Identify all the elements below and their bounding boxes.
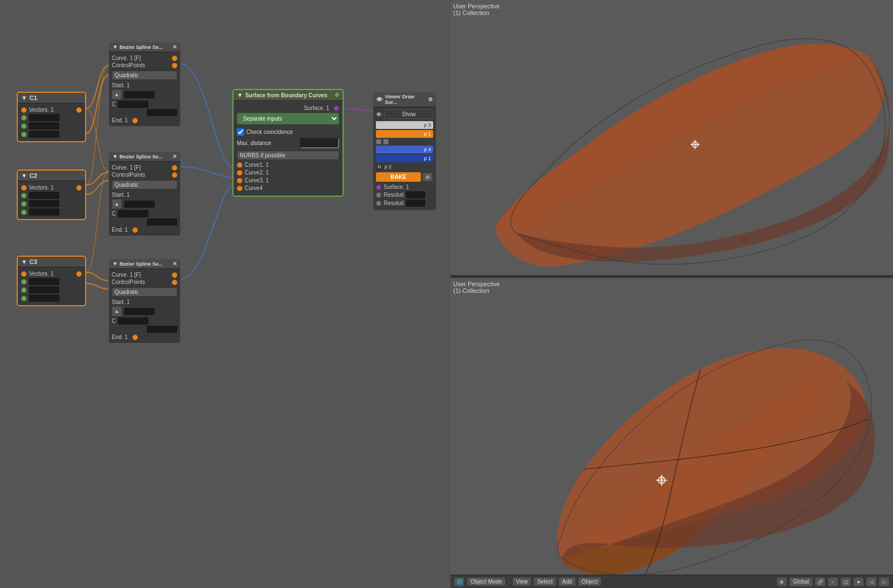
viewer-icon-socket1[interactable] [376, 139, 381, 144]
bezier1-curve-socket[interactable] [172, 56, 177, 61]
tb-shade-icon[interactable]: ● [853, 577, 864, 587]
sfb-curve1-socket[interactable] [237, 162, 242, 168]
bezier2-sv3-input[interactable]: 2.00 [147, 218, 177, 226]
bezier2-sv-icon[interactable]: ▲ [112, 199, 122, 209]
toolbar-3d: 🌐 Object Mode View Select Add Object ⊕ G… [450, 575, 893, 588]
c3-val2-input[interactable]: 0.000 [29, 286, 59, 293]
bezier2-cp-socket[interactable] [172, 172, 177, 178]
collapse-icon[interactable]: ▼ [21, 94, 27, 101]
viewer-show-button[interactable]: Show [384, 109, 433, 119]
sfb-surface-out-socket[interactable] [334, 106, 339, 111]
bezier3-end-row: End. 1 [112, 334, 177, 340]
sfb-curve2-socket[interactable] [237, 170, 242, 176]
c2-val1-socket[interactable] [21, 193, 27, 198]
bezier2-sv2-input[interactable]: 0.00 [118, 210, 148, 217]
c1-val3-input[interactable]: 0.000 [29, 131, 59, 138]
bezier1-end-socket[interactable] [132, 118, 138, 123]
c2-collapse-icon[interactable]: ▼ [21, 172, 27, 179]
c1-out-socket[interactable] [76, 107, 82, 113]
viewer-resol2-input[interactable]: 100 [406, 200, 425, 207]
tb-view-icon[interactable]: 🌐 [454, 577, 465, 587]
bezier1-cp-socket[interactable] [172, 63, 177, 68]
tb-add-btn[interactable]: Add [558, 577, 576, 586]
viewer-bake-button[interactable]: BAKE [376, 172, 421, 182]
viewer-resol2-label: Resoluti [384, 200, 404, 206]
c2-val3-input[interactable]: 0.000 [29, 208, 59, 216]
bezier2-sv1-input[interactable]: -2.00 [124, 201, 155, 208]
bezier3-end-socket[interactable] [132, 335, 138, 340]
c3-val1-input[interactable]: 2.000 [29, 278, 59, 285]
c1-vectors-socket[interactable] [21, 107, 27, 113]
bezier3-curve-socket[interactable] [172, 272, 177, 278]
c3-vectors-socket[interactable] [21, 271, 27, 277]
c1-val3-row: 0.000 [21, 131, 82, 138]
bezier1-sv1-input[interactable]: 0.00 [124, 91, 155, 98]
c1-val2-input[interactable]: -2.00 [29, 122, 59, 129]
c1-val1-socket[interactable] [21, 115, 27, 121]
c1-val1-input[interactable]: -2.00 [29, 114, 59, 121]
tb-object-btn[interactable]: Object [578, 577, 602, 586]
c2-val1-input[interactable]: -2.00 [29, 192, 59, 199]
bezier3-collapse[interactable]: ▼ [112, 261, 118, 267]
c1-val2-row: -2.00 [21, 122, 82, 129]
viewer-resol1-socket[interactable] [376, 192, 381, 198]
tb-view-btn[interactable]: View [512, 577, 532, 586]
viewer-resol2-socket[interactable] [376, 201, 381, 206]
c3-out-socket[interactable] [76, 271, 82, 277]
viewer-icon-socket2[interactable] [383, 139, 389, 144]
bezier3-cp-socket[interactable] [172, 280, 177, 285]
c1-val3-socket[interactable] [21, 132, 27, 137]
tb-xray-icon[interactable]: ◫ [840, 577, 851, 587]
bezier3-sv3-input[interactable]: -2.00 [147, 326, 177, 333]
c2-title: C2 [29, 172, 37, 179]
bezier3-mode-dropdown[interactable]: Quadratic [112, 287, 177, 297]
tb-extra-icon[interactable]: ◁ [866, 577, 877, 587]
bezier1-sv2-input[interactable]: -2.00 [118, 101, 148, 108]
sfb-nurbs-dropdown[interactable]: NURBS if possible [237, 151, 339, 160]
sfb-curve4-socket[interactable] [237, 186, 242, 191]
bezier3-sv1-input[interactable]: 0.00 [124, 308, 155, 315]
bezier3-sv-icon[interactable]: ▲ [112, 306, 122, 316]
tb-orient-icon[interactable]: ⊕ [776, 577, 787, 587]
viewer-surface-socket[interactable] [376, 185, 381, 190]
tb-overlay-icon[interactable]: ○ [827, 577, 839, 587]
tb-snap-icon[interactable]: 🔗 [815, 577, 826, 587]
bezier1-collapse[interactable]: ▼ [112, 44, 118, 50]
c2-vectors-socket[interactable] [21, 185, 27, 191]
bezier1-mode-dropdown[interactable]: Quadratic [112, 71, 177, 80]
c2-val2-socket[interactable] [21, 201, 27, 207]
sfb-title: Surface from Boundary Curves [245, 92, 328, 98]
c2-val2-row: 2.000 [21, 200, 82, 207]
c2-out-socket[interactable] [76, 185, 82, 191]
c3-val2-socket[interactable] [21, 287, 27, 293]
viewer-header: 👁 Viewer Draw Sur... ⚙ [373, 92, 436, 107]
c1-val2-socket[interactable] [21, 123, 27, 129]
tb-extra2-icon[interactable]: ▷ [879, 577, 890, 587]
tb-object-mode-btn[interactable]: Object Mode [467, 577, 506, 586]
bezier3-sv2-input[interactable]: 2.00 [118, 317, 148, 325]
bezier1-sv-icon[interactable]: ▲ [112, 89, 122, 99]
sfb-dist-input[interactable]: 0.0010 [300, 138, 339, 148]
sfb-body: Surface. 1 Separate inputs Check coincid… [234, 101, 343, 196]
c2-val3-socket[interactable] [21, 210, 27, 215]
bezier2-end-socket[interactable] [132, 227, 138, 233]
tb-select-btn[interactable]: Select [533, 577, 557, 586]
bezier2-curve-socket[interactable] [172, 165, 177, 171]
c3-collapse-icon[interactable]: ▼ [21, 258, 27, 265]
viewer-p3-strip: p 3 [376, 121, 433, 129]
tb-global-btn[interactable]: Global [789, 577, 813, 587]
c3-val1-socket[interactable] [21, 279, 27, 285]
bezier2-collapse[interactable]: ▼ [112, 153, 118, 160]
c3-val3-socket[interactable] [21, 296, 27, 301]
bezier1-sv3-input[interactable]: -2.00 [147, 109, 177, 116]
bezier2-mode-dropdown[interactable]: Quadratic [112, 180, 177, 190]
sfb-coincidence-checkbox[interactable] [237, 128, 244, 136]
viewer-bake-extra-button[interactable]: ⚙ [422, 172, 433, 182]
viewer-settings-icon[interactable]: ⚙ [428, 97, 433, 102]
sfb-curve3-socket[interactable] [237, 178, 242, 183]
sfb-collapse[interactable]: ▼ [237, 92, 243, 98]
c3-val3-input[interactable]: 0.000 [29, 295, 59, 302]
sfb-mode-dropdown[interactable]: Separate inputs [237, 113, 339, 124]
viewer-resol1-input[interactable]: 100 [406, 191, 425, 198]
c2-val2-input[interactable]: 2.000 [29, 200, 59, 207]
